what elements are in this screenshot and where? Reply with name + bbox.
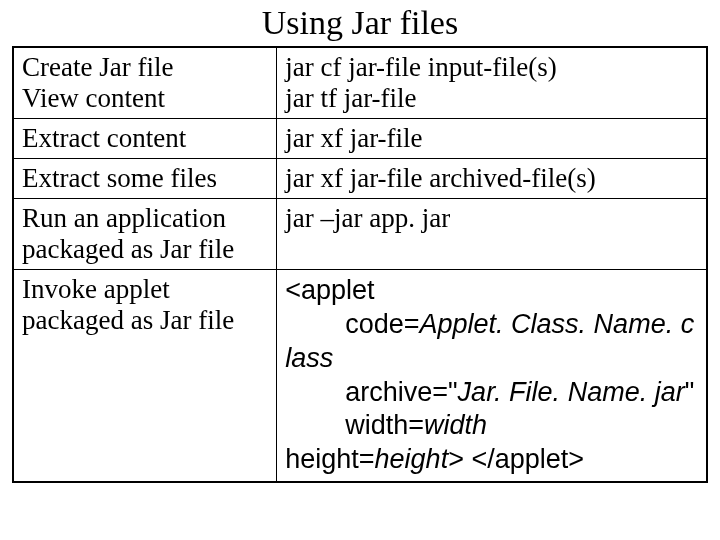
table-row: Run an application packaged as Jar file … bbox=[13, 199, 707, 270]
op-label: Create Jar file View content bbox=[13, 47, 277, 119]
op-command: jar –jar app. jar bbox=[277, 199, 707, 270]
op-command: jar xf jar-file archived-file(s) bbox=[277, 159, 707, 199]
applet-code-block: <applet code=Applet. Class. Name. c lass… bbox=[285, 274, 698, 477]
op-command: <applet code=Applet. Class. Name. c lass… bbox=[277, 270, 707, 482]
table-row: Create Jar file View content jar cf jar-… bbox=[13, 47, 707, 119]
page-title: Using Jar files bbox=[12, 4, 708, 42]
jar-commands-table: Create Jar file View content jar cf jar-… bbox=[12, 46, 708, 483]
op-label: Invoke applet packaged as Jar file bbox=[13, 270, 277, 482]
slide: Using Jar files Create Jar file View con… bbox=[0, 0, 720, 540]
op-label: Extract some files bbox=[13, 159, 277, 199]
table-row: Extract some files jar xf jar-file archi… bbox=[13, 159, 707, 199]
table-row: Extract content jar xf jar-file bbox=[13, 119, 707, 159]
op-command: jar cf jar-file input-file(s) jar tf jar… bbox=[277, 47, 707, 119]
table-row: Invoke applet packaged as Jar file <appl… bbox=[13, 270, 707, 482]
op-command: jar xf jar-file bbox=[277, 119, 707, 159]
op-label: Run an application packaged as Jar file bbox=[13, 199, 277, 270]
op-label: Extract content bbox=[13, 119, 277, 159]
